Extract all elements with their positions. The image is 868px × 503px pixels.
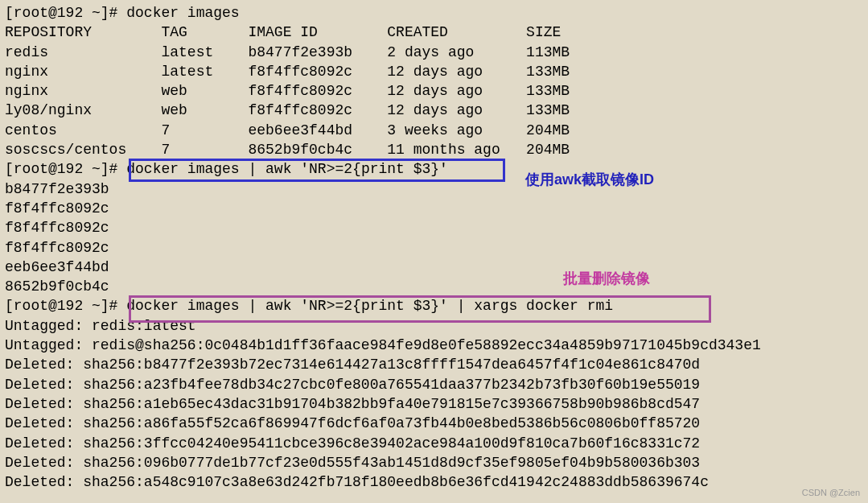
table-header: REPOSITORY TAG IMAGE ID CREATED SIZE [5, 23, 863, 42]
output-line: Deleted: sha256:b8477f2e393b72ec7314e614… [5, 355, 863, 374]
output-line: eeb6ee3f44bd [5, 258, 863, 277]
prompt: [root@192 ~]# [5, 5, 126, 21]
output-line: Deleted: sha256:3ffcc04240e95411cbce396c… [5, 434, 863, 453]
output-line: 8652b9f0cb4c [5, 277, 863, 296]
output-line: b8477f2e393b [5, 179, 863, 199]
table-row: ly08/nginx web f8f4ffc8092c 12 days ago … [5, 101, 863, 120]
annotation-blue: 使用awk截取镜像ID [525, 170, 654, 189]
output-line: f8f4ffc8092c [5, 238, 863, 258]
prompt: [root@192 ~]# [5, 298, 126, 314]
output-line: f8f4ffc8092c [5, 199, 863, 218]
table-row: nginx web f8f4ffc8092c 12 days ago 133MB [5, 81, 863, 101]
prompt: [root@192 ~]# [5, 161, 126, 177]
output-line: Untagged: redis@sha256:0c0484b1d1ff36faa… [5, 336, 863, 355]
watermark: CSDN @Zcien [802, 487, 860, 499]
command-text: docker images [126, 5, 239, 21]
output-line: Deleted: sha256:a86fa55f52ca6f869947f6dc… [5, 414, 863, 433]
table-row: centos 7 eeb6ee3f44bd 3 weeks ago 204MB [5, 121, 863, 140]
command-text: docker images | awk 'NR>=2{print $3}' | … [126, 298, 613, 314]
output-line: Deleted: sha256:096b0777de1b77cf23e0d555… [5, 453, 863, 472]
output-line: Untagged: redis:latest [5, 316, 863, 336]
command-line: [root@192 ~]# docker images | awk 'NR>=2… [5, 159, 863, 179]
table-row: redis latest b8477f2e393b 2 days ago 113… [5, 43, 863, 62]
command-line: [root@192 ~]# docker images | awk 'NR>=2… [5, 296, 863, 315]
table-row: soscscs/centos 7 8652b9f0cb4c 11 months … [5, 140, 863, 159]
command-line: [root@192 ~]# docker images [5, 3, 863, 23]
output-line: f8f4ffc8092c [5, 218, 863, 237]
command-text: docker images | awk 'NR>=2{print $3}' [126, 161, 448, 177]
terminal-output: [root@192 ~]# docker images REPOSITORY T… [5, 3, 863, 492]
output-line: Deleted: sha256:a23fb4fee78db34c27cbc0fe… [5, 375, 863, 394]
output-line: Deleted: sha256:a548c9107c3a8e63d242fb71… [5, 472, 863, 492]
output-line: Deleted: sha256:a1eb65ec43dac31b91704b38… [5, 394, 863, 414]
annotation-purple: 批量删除镜像 [563, 269, 650, 288]
table-row: nginx latest f8f4ffc8092c 12 days ago 13… [5, 62, 863, 81]
